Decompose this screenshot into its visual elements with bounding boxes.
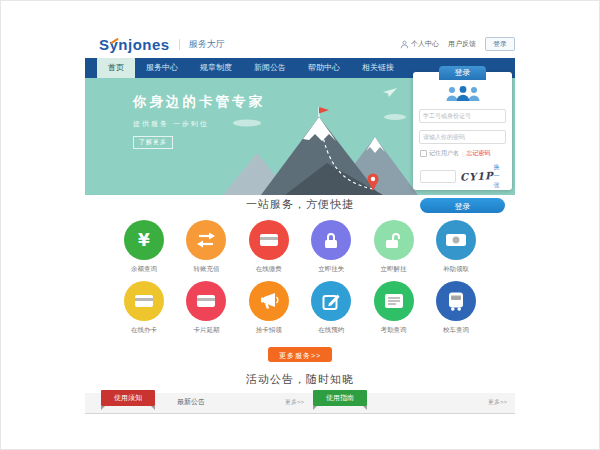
nav-item-help[interactable]: 帮助中心 (297, 58, 351, 78)
topbar: Synjones 服务大厅 个人中心 用户反馈 登录 (85, 30, 515, 58)
personal-center-link[interactable]: 个人中心 (400, 39, 439, 49)
services-row-2: 在线办卡 卡片延期 拾卡招领 在线预约 (85, 281, 515, 335)
ribbon-fold (363, 406, 367, 410)
feedback-label: 用户反馈 (448, 39, 476, 49)
service-label: 卡片延期 (177, 326, 235, 335)
usage-notice-ribbon[interactable]: 使用须知 (101, 390, 155, 406)
service-label: 余额查询 (115, 265, 173, 274)
service-label: 立即挂失 (302, 265, 360, 274)
login-submit-button[interactable]: 登录 (420, 198, 505, 213)
logo[interactable]: Synjones 服务大厅 (99, 36, 225, 53)
unlock-icon (384, 231, 404, 250)
service-label: 补助领取 (427, 265, 485, 274)
mountain-illustration (223, 107, 418, 195)
bank-card-icon (134, 293, 154, 309)
service-label: 在线办卡 (115, 326, 173, 335)
service-apply-card[interactable]: 在线办卡 (115, 281, 173, 335)
ribbon-fold (313, 406, 317, 410)
service-label: 拾卡招领 (240, 326, 298, 335)
top-login-button[interactable]: 登录 (485, 37, 515, 51)
nav-item-home[interactable]: 首页 (97, 58, 135, 78)
username-input[interactable] (419, 109, 506, 123)
service-label: 转账充值 (177, 265, 235, 274)
nav-item-service-center[interactable]: 服务中心 (135, 58, 189, 78)
announcements-title: 活动公告，随时知晓 (85, 372, 515, 387)
feedback-link[interactable]: 用户反馈 (448, 39, 476, 49)
more-link-left[interactable]: 更多>> (285, 393, 304, 411)
bus-icon (447, 291, 465, 311)
service-report-loss[interactable]: 立即挂失 (302, 220, 360, 274)
service-school-bus[interactable]: 校车查询 (427, 281, 485, 335)
user-guide-ribbon[interactable]: 使用指南 (313, 390, 367, 406)
hero-cta-button[interactable]: 了解更多 (133, 136, 173, 149)
banknote-icon (445, 233, 467, 247)
remember-label: 记住用户名 (429, 149, 459, 158)
remember-checkbox[interactable] (420, 150, 427, 157)
ribbon-label: 使用指南 (326, 394, 354, 401)
personal-center-label: 个人中心 (411, 39, 439, 49)
ribbon-fold (151, 406, 155, 410)
announcements-bar: 使用须知 最新公告 更多>> 使用指南 更多>> (85, 393, 515, 414)
service-balance[interactable]: ¥ 余额查询 (115, 220, 173, 274)
ribbon-fold (101, 406, 105, 410)
nav-item-news[interactable]: 新闻公告 (243, 58, 297, 78)
service-label: 在线预约 (302, 326, 360, 335)
nav-item-rules[interactable]: 规章制度 (189, 58, 243, 78)
login-tab[interactable]: 登录 (439, 66, 486, 80)
latest-announcements-tab[interactable]: 最新公告 (177, 393, 205, 411)
captcha-input[interactable] (420, 170, 456, 183)
service-unlock[interactable]: 立即解挂 (365, 220, 423, 274)
service-pay-online[interactable]: 在线缴费 (240, 220, 298, 274)
more-link-right[interactable]: 更多>> (488, 393, 507, 411)
service-attendance[interactable]: 考勤查询 (365, 281, 423, 335)
service-card-extension[interactable]: 卡片延期 (177, 281, 235, 335)
captcha-image: CY1P (460, 170, 494, 183)
nav-item-links[interactable]: 相关链接 (351, 58, 405, 78)
services-section: 一站服务，方便快捷 ¥ 余额查询 转账充值 在线缴费 (85, 195, 515, 362)
service-label: 考勤查询 (365, 326, 423, 335)
lock-icon (322, 231, 340, 250)
users-icon (445, 85, 481, 102)
logo-text: Synjones (99, 36, 170, 53)
yen-icon: ¥ (138, 230, 150, 250)
bank-card-icon (259, 232, 279, 248)
more-services-button[interactable]: 更多服务>> (268, 347, 332, 362)
service-online-booking[interactable]: 在线预约 (302, 281, 360, 335)
remember-row: 记住用户名 | 忘记密码 (420, 149, 505, 158)
transfer-arrows-icon (196, 231, 216, 249)
separator: | (462, 151, 464, 157)
forgot-password-link[interactable]: 忘记密码 (467, 149, 491, 158)
site-container: Synjones 服务大厅 个人中心 用户反馈 登录 首页 服务中心 规章制度 … (85, 30, 515, 422)
services-row-1: ¥ 余额查询 转账充值 在线缴费 立即挂失 (85, 220, 515, 274)
password-input[interactable] (419, 130, 506, 144)
paper-plane-icon (383, 88, 397, 98)
person-icon (400, 40, 409, 49)
service-transfer[interactable]: 转账充值 (177, 220, 235, 274)
bank-card-icon (196, 293, 216, 309)
megaphone-icon (259, 292, 279, 310)
ribbon-label: 使用须知 (114, 394, 142, 401)
service-label: 立即解挂 (365, 265, 423, 274)
topbar-right: 个人中心 用户反馈 登录 (400, 37, 515, 51)
captcha-refresh-link[interactable]: 换一张 (494, 163, 505, 190)
edit-icon (322, 292, 341, 311)
service-label: 在线缴费 (240, 265, 298, 274)
service-label: 校车查询 (427, 326, 485, 335)
portal-name: 服务大厅 (179, 39, 225, 50)
captcha-row: CY1P 换一张 (420, 163, 505, 190)
service-subsidy[interactable]: 补助领取 (427, 220, 485, 274)
attendance-list-icon (384, 293, 404, 309)
service-found-cards[interactable]: 拾卡招领 (240, 281, 298, 335)
login-panel: 记住用户名 | 忘记密码 CY1P 换一张 登录 (413, 72, 512, 190)
